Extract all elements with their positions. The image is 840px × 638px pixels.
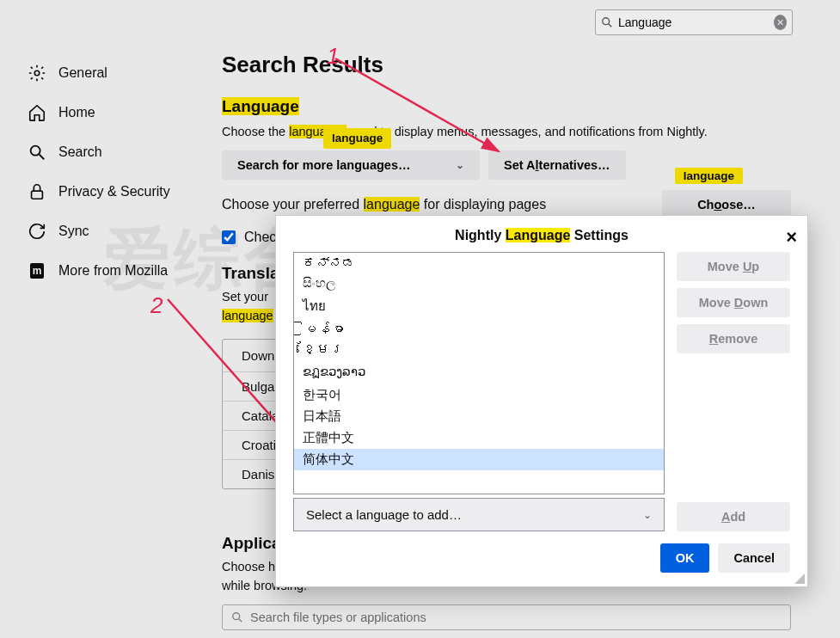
add-button[interactable]: Add: [677, 502, 790, 531]
language-option[interactable]: ಕನ್ನಡ: [294, 253, 664, 273]
language-settings-dialog: Nightly Language Settings × ಕನ್ನಡසිංහලไท…: [275, 215, 808, 587]
language-option[interactable]: ไทย: [294, 293, 664, 319]
language-option[interactable]: සිංහල: [294, 273, 664, 293]
annotation-number-2: 2: [150, 292, 162, 319]
language-option[interactable]: 한국어: [294, 384, 664, 406]
select-language-dropdown[interactable]: Select a language to add… ⌄: [293, 498, 665, 531]
resize-handle[interactable]: [793, 572, 805, 584]
language-option[interactable]: 日本語: [294, 406, 664, 427]
language-option[interactable]: မြန်မာ: [294, 319, 664, 339]
dialog-title: Nightly Language Settings ×: [276, 216, 807, 252]
cancel-button[interactable]: Cancel: [718, 543, 790, 573]
language-option[interactable]: ຂฏຂວງລາວ: [294, 359, 664, 384]
close-icon[interactable]: ×: [786, 226, 797, 248]
ok-button[interactable]: OK: [660, 543, 710, 573]
remove-button[interactable]: Remove: [677, 324, 790, 353]
chevron-down-icon: ⌄: [643, 509, 652, 521]
language-option[interactable]: 简体中文: [294, 449, 664, 470]
annotation-number-1: 1: [327, 43, 339, 70]
language-option[interactable]: 正體中文: [294, 427, 664, 449]
move-up-button[interactable]: Move Up: [677, 252, 790, 281]
language-listbox[interactable]: ಕನ್ನಡසිංහලไทยမြန်မာខ្មែរຂฏຂວງລາວ한국어日本語正體…: [293, 252, 665, 494]
language-option[interactable]: ខ្មែរ: [294, 339, 664, 359]
move-down-button[interactable]: Move Down: [677, 288, 790, 317]
